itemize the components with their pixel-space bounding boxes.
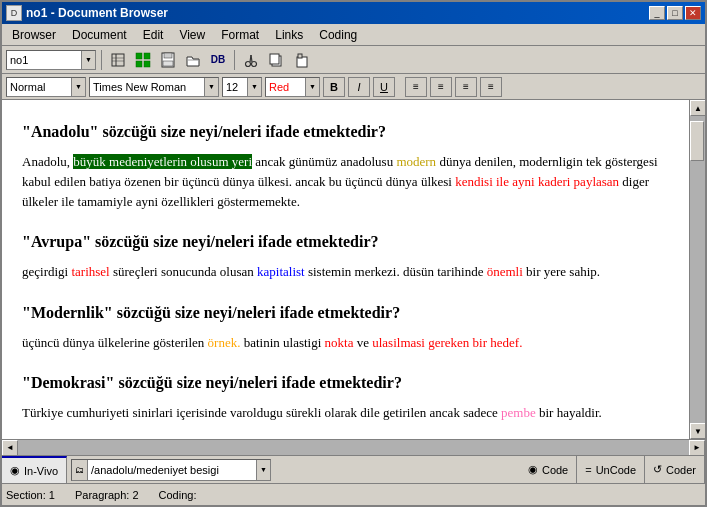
db-button[interactable]: DB — [207, 49, 229, 71]
text-örnek: örnek. — [208, 335, 241, 350]
tab-code[interactable]: ◉ Code — [520, 456, 577, 484]
open-button[interactable] — [182, 49, 204, 71]
uncode-icon: = — [585, 464, 591, 476]
hscroll-track[interactable] — [18, 440, 689, 456]
bold-button[interactable]: B — [323, 77, 345, 97]
status-info: Section: 1 Paragraph: 2 Coding: — [2, 483, 705, 505]
para-2: geçirdigi tarihsel süreçleri sonucunda o… — [22, 262, 669, 282]
scroll-down-button[interactable]: ▼ — [690, 423, 705, 439]
save-button[interactable] — [157, 49, 179, 71]
grid-button[interactable] — [132, 49, 154, 71]
title-bar-left: D no1 - Document Browser — [6, 5, 168, 21]
close-button[interactable]: ✕ — [685, 6, 701, 20]
italic-button[interactable]: I — [348, 77, 370, 97]
path-text: /anadolu/medeniyet besigi — [88, 464, 256, 476]
scroll-up-button[interactable]: ▲ — [690, 100, 705, 116]
copy-button[interactable] — [265, 49, 287, 71]
menu-links[interactable]: Links — [267, 26, 311, 44]
size-arrow[interactable]: ▼ — [247, 78, 261, 96]
save-icon — [160, 52, 176, 68]
path-dropdown-arrow[interactable]: ▼ — [256, 460, 270, 480]
menu-bar: Browser Document Edit View Format Links … — [2, 24, 705, 46]
text-pembe: pembe — [501, 405, 536, 420]
status-bar-bottom: ◉ In-Vivo 🗂 /anadolu/medeniyet besigi ▼ … — [2, 455, 705, 483]
menu-view[interactable]: View — [171, 26, 213, 44]
tab-invivo[interactable]: ◉ In-Vivo — [2, 456, 67, 484]
sep2 — [234, 50, 235, 70]
svg-rect-18 — [298, 54, 302, 58]
invivo-icon: ◉ — [10, 464, 20, 477]
svg-rect-4 — [136, 53, 142, 59]
format-bar: Normal ▼ Times New Roman ▼ 12 ▼ Red ▼ B … — [2, 74, 705, 100]
svg-rect-9 — [164, 53, 172, 58]
window-title: no1 - Document Browser — [26, 6, 168, 20]
style-arrow[interactable]: ▼ — [71, 78, 85, 96]
content-area[interactable]: "Anadolu" sözcüğü size neyi/neleri ifade… — [2, 100, 689, 439]
scroll-right-button[interactable]: ► — [689, 440, 705, 456]
title-buttons: _ □ ✕ — [649, 6, 701, 20]
align-center-button[interactable]: ≡ — [430, 77, 452, 97]
coding-info: Coding: — [159, 489, 197, 501]
code-label: Code — [542, 464, 568, 476]
doc-name-dropdown[interactable]: no1 ▼ — [6, 50, 96, 70]
style-dropdown[interactable]: Normal ▼ — [6, 77, 86, 97]
book-icon — [110, 52, 126, 68]
menu-format[interactable]: Format — [213, 26, 267, 44]
para-1: Anadolu, büyük medeniyetlerin olusum yer… — [22, 152, 669, 212]
svg-line-14 — [251, 55, 252, 62]
tab-coder[interactable]: ↺ Coder — [645, 456, 705, 484]
text-modern-1: modern — [396, 154, 436, 169]
cut-icon — [243, 52, 259, 68]
title-bar: D no1 - Document Browser _ □ ✕ — [2, 2, 705, 24]
invivo-label: In-Vivo — [24, 465, 58, 477]
doc-dropdown-arrow[interactable]: ▼ — [81, 51, 95, 69]
underline-button[interactable]: U — [373, 77, 395, 97]
book-button[interactable] — [107, 49, 129, 71]
menu-document[interactable]: Document — [64, 26, 135, 44]
align-right-button[interactable]: ≡ — [455, 77, 477, 97]
color-arrow[interactable]: ▼ — [305, 78, 319, 96]
document-content: "Anadolu" sözcüğü size neyi/neleri ifade… — [22, 120, 669, 423]
text-tarihsel: tarihsel — [71, 264, 109, 279]
text-önemli: önemli — [487, 264, 523, 279]
justify-button[interactable]: ≡ — [480, 77, 502, 97]
vertical-scrollbar[interactable]: ▲ ▼ — [689, 100, 705, 439]
section-info: Section: 1 — [6, 489, 55, 501]
color-dropdown[interactable]: Red ▼ — [265, 77, 320, 97]
path-input[interactable]: 🗂 /anadolu/medeniyet besigi ▼ — [71, 459, 271, 481]
svg-rect-10 — [163, 61, 173, 66]
scroll-left-button[interactable]: ◄ — [2, 440, 18, 456]
code-icon: ◉ — [528, 463, 538, 476]
tab-uncode[interactable]: = UnCode — [577, 456, 645, 484]
coder-icon: ↺ — [653, 463, 662, 476]
paragraph-info: Paragraph: 2 — [75, 489, 139, 501]
svg-point-11 — [246, 61, 251, 66]
maximize-button[interactable]: □ — [667, 6, 683, 20]
minimize-button[interactable]: _ — [649, 6, 665, 20]
align-left-button[interactable]: ≡ — [405, 77, 427, 97]
menu-edit[interactable]: Edit — [135, 26, 172, 44]
menu-browser[interactable]: Browser — [4, 26, 64, 44]
main-window: D no1 - Document Browser _ □ ✕ Browser D… — [0, 0, 707, 507]
coder-label: Coder — [666, 464, 696, 476]
para-4: Türkiye cumhuriyeti sinirlari içerisinde… — [22, 403, 669, 423]
para-3: üçüncü dünya ülkelerine gösterilen örnek… — [22, 333, 669, 353]
font-dropdown[interactable]: Times New Roman ▼ — [89, 77, 219, 97]
menu-coding[interactable]: Coding — [311, 26, 365, 44]
text-red-1: kendisi ile ayni kaderi paylasan — [455, 174, 619, 189]
cut-button[interactable] — [240, 49, 262, 71]
scroll-track[interactable] — [690, 116, 705, 423]
main-area: "Anadolu" sözcüğü size neyi/neleri ifade… — [2, 100, 705, 439]
horizontal-scrollbar: ◄ ► — [2, 439, 705, 455]
svg-rect-16 — [270, 54, 279, 64]
size-dropdown[interactable]: 12 ▼ — [222, 77, 262, 97]
window-icon: D — [6, 5, 22, 21]
font-arrow[interactable]: ▼ — [204, 78, 218, 96]
heading-4: "Demokrasi" sözcüğü size neyi/neleri ifa… — [22, 371, 669, 395]
paste-button[interactable] — [290, 49, 312, 71]
highlight-büyük: büyük medeniyetlerin olusum yeri — [73, 154, 252, 169]
svg-rect-6 — [136, 61, 142, 67]
svg-point-12 — [252, 61, 257, 66]
path-area: 🗂 /anadolu/medeniyet besigi ▼ — [67, 459, 520, 481]
scroll-thumb[interactable] — [690, 121, 704, 161]
